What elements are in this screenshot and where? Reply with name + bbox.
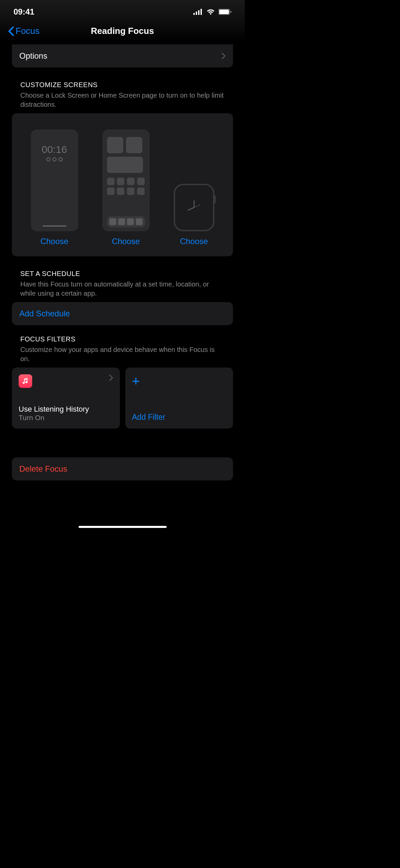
delete-focus-label: Delete Focus bbox=[19, 464, 67, 473]
customize-screens-header: CUSTOMIZE SCREENS Choose a Lock Screen o… bbox=[0, 67, 245, 113]
choose-lock-screen[interactable]: Choose bbox=[40, 237, 68, 246]
svg-rect-6 bbox=[230, 11, 231, 13]
options-label: Options bbox=[19, 51, 47, 61]
svg-line-8 bbox=[188, 208, 194, 210]
svg-rect-1 bbox=[196, 12, 197, 15]
music-filter-card[interactable]: Use Listening History Turn On bbox=[12, 368, 120, 429]
music-filter-sub: Turn On bbox=[19, 414, 113, 422]
customize-screens-desc: Choose a Lock Screen or Home Screen page… bbox=[20, 91, 225, 109]
music-filter-title: Use Listening History bbox=[19, 405, 113, 414]
back-button[interactable]: Focus bbox=[8, 26, 40, 36]
battery-icon bbox=[218, 9, 231, 15]
lock-screen-time: 00:16 bbox=[42, 144, 67, 155]
status-bar: 09:41 bbox=[0, 0, 245, 20]
schedule-desc: Have this Focus turn on automatically at… bbox=[20, 280, 225, 298]
wifi-icon bbox=[206, 9, 215, 15]
home-screen-item[interactable]: Choose bbox=[102, 130, 150, 246]
choose-home-screen[interactable]: Choose bbox=[112, 237, 140, 246]
svg-line-9 bbox=[194, 205, 200, 208]
schedule-title: SET A SCHEDULE bbox=[20, 270, 225, 278]
lock-screen-preview: 00:16 bbox=[31, 130, 78, 231]
watch-hands-icon bbox=[184, 197, 204, 218]
chevron-right-icon bbox=[109, 374, 113, 381]
choose-watch-face[interactable]: Choose bbox=[180, 237, 208, 246]
add-filter-label: Add Filter bbox=[132, 413, 227, 422]
chevron-left-icon bbox=[8, 26, 14, 36]
status-icons bbox=[193, 9, 231, 15]
delete-focus-button[interactable]: Delete Focus bbox=[12, 457, 233, 480]
schedule-header: SET A SCHEDULE Have this Focus turn on a… bbox=[0, 256, 245, 302]
add-schedule-button[interactable]: Add Schedule bbox=[12, 302, 233, 325]
filters-desc: Customize how your apps and device behav… bbox=[20, 345, 225, 363]
add-schedule-label: Add Schedule bbox=[19, 309, 70, 318]
page-title: Reading Focus bbox=[91, 26, 154, 36]
filters-row: Use Listening History Turn On + Add Filt… bbox=[12, 368, 233, 429]
watch-face-preview bbox=[174, 184, 214, 231]
svg-rect-2 bbox=[198, 10, 199, 15]
back-label: Focus bbox=[16, 26, 40, 36]
watch-face-item[interactable]: Choose bbox=[174, 184, 214, 246]
add-filter-card[interactable]: + Add Filter bbox=[125, 368, 233, 429]
lock-dots bbox=[46, 157, 63, 161]
music-icon bbox=[19, 374, 32, 388]
screens-card: 00:16 Choose Choose bbox=[12, 113, 233, 256]
customize-screens-title: CUSTOMIZE SCREENS bbox=[20, 81, 225, 89]
cellular-icon bbox=[193, 9, 203, 15]
home-indicator[interactable] bbox=[79, 526, 167, 528]
home-screen-preview bbox=[102, 130, 150, 231]
filters-header: FOCUS FILTERS Customize how your apps an… bbox=[0, 325, 245, 368]
svg-rect-3 bbox=[201, 9, 202, 15]
svg-rect-5 bbox=[219, 9, 229, 14]
status-time: 09:41 bbox=[14, 7, 34, 17]
nav-bar: Focus Reading Focus bbox=[0, 20, 245, 42]
lock-screen-item[interactable]: 00:16 Choose bbox=[31, 130, 78, 246]
chevron-right-icon bbox=[222, 53, 226, 59]
svg-rect-0 bbox=[193, 13, 195, 15]
plus-icon: + bbox=[132, 374, 227, 388]
filters-title: FOCUS FILTERS bbox=[20, 335, 225, 343]
options-row[interactable]: Options bbox=[12, 44, 233, 67]
